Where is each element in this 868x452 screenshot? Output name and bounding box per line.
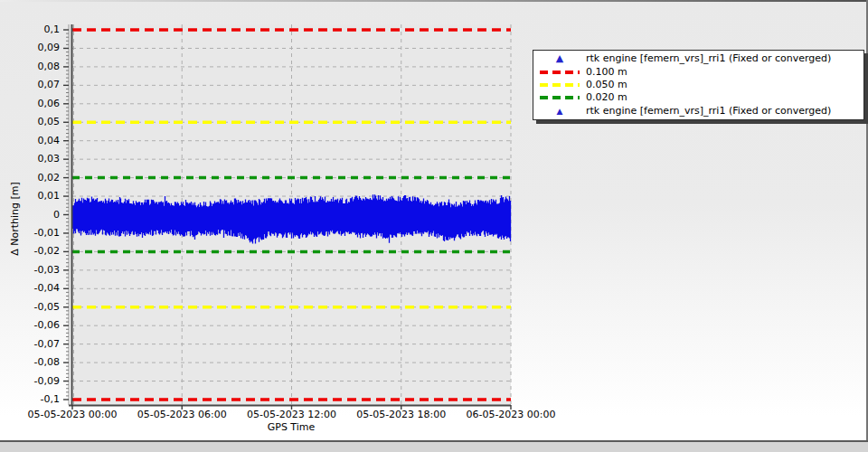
y-tick-label: -0,06: [0, 320, 60, 331]
legend-marker: ▲: [533, 54, 586, 63]
y-tick-label: 0,09: [0, 42, 60, 53]
x-tick-label: 06-05-2023 00:00: [452, 409, 570, 420]
y-tick-label: 0,04: [0, 136, 60, 146]
y-tick-label: -0,05: [0, 302, 60, 313]
legend-label: rtk engine [femern_vrs]_rri1 (Fixed or c…: [586, 105, 831, 118]
legend-marker: ▲: [533, 107, 586, 116]
x-tick-label: 05-05-2023 00:00: [14, 409, 131, 420]
y-tick-label: 0,03: [0, 154, 60, 165]
y-tick-label: 0,1: [0, 24, 60, 35]
legend-marker: [533, 83, 586, 87]
legend-label: 0.020 m: [586, 91, 627, 104]
triangle-marker-icon: ▲: [556, 54, 563, 63]
x-tick-label: 05-05-2023 06:00: [123, 409, 241, 420]
legend-item[interactable]: 0.100 m: [533, 65, 863, 78]
triangle-marker-icon: ▲: [557, 107, 563, 116]
y-tick-label: 0,06: [0, 99, 60, 109]
legend-item[interactable]: 0.050 m: [533, 79, 863, 91]
y-tick-label: -0,1: [0, 394, 60, 405]
y-tick-label: -0,04: [0, 283, 60, 294]
x-tick-label: 05-05-2023 12:00: [233, 409, 351, 420]
y-tick-label: 0,07: [0, 80, 60, 90]
legend-marker: [533, 71, 586, 74]
y-tick-label: -0,07: [0, 339, 60, 350]
y-tick-label: -0,08: [0, 357, 60, 368]
legend-box: ▲rtk engine [femern_vrs]_rri1 (Fixed or …: [533, 50, 864, 120]
x-tick-label: 05-05-2023 18:00: [343, 409, 460, 420]
legend-item[interactable]: ▲rtk engine [femern_vrs]_rri1 (Fixed or …: [533, 105, 863, 118]
y-tick-label: -0,09: [0, 376, 60, 387]
legend-label: 0.100 m: [586, 66, 627, 79]
legend-item[interactable]: 0.020 m: [533, 91, 863, 104]
dashed-line-marker-icon: [540, 71, 580, 74]
dashed-line-marker-icon: [540, 83, 580, 87]
legend-label: rtk engine [femern_vrs]_rri1 (Fixed or c…: [586, 52, 831, 65]
legend-item[interactable]: ▲rtk engine [femern_vrs]_rri1 (Fixed or …: [533, 52, 863, 65]
chart-window: 0,10,090,080,070,060,050,040,030,020,010…: [0, 0, 868, 452]
y-tick-label: 0,08: [0, 61, 60, 72]
legend-marker: [533, 96, 586, 99]
y-tick-label: 0,05: [0, 117, 60, 127]
dashed-line-marker-icon: [540, 96, 580, 99]
x-axis-title: GPS Time: [219, 421, 363, 433]
legend-label: 0.050 m: [586, 79, 627, 91]
y-axis-title: Δ Northing [m]: [9, 165, 22, 273]
